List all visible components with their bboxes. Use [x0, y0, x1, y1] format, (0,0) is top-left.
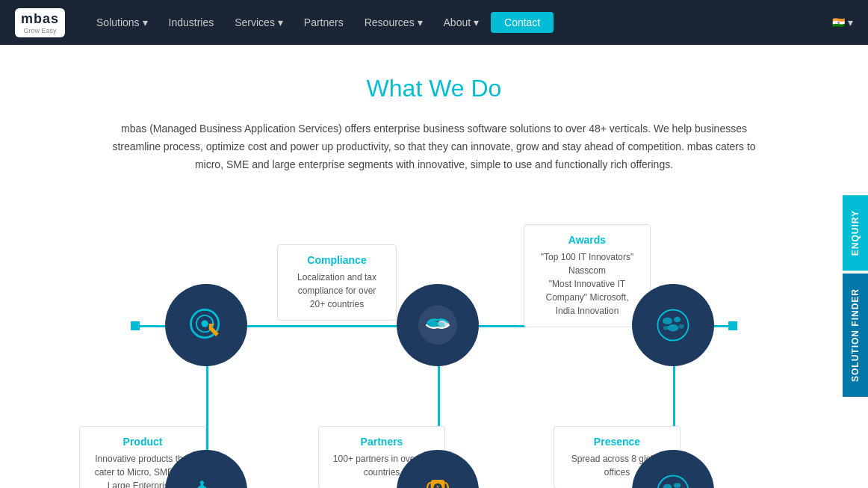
- navbar: mbas Grow Easy Solutions ▾ Industries Se…: [0, 0, 868, 45]
- logo-tagline: Grow Easy: [24, 27, 57, 34]
- svg-point-11: [668, 324, 679, 331]
- svg-point-34: [663, 484, 672, 488]
- awards-desc: "Top 100 IT Innovators" Nasscom"Most Inn…: [536, 250, 638, 318]
- partners-title: Partners: [331, 436, 433, 448]
- circle-handshake: [397, 284, 479, 366]
- awards-box: Awards "Top 100 IT Innovators" Nasscom"M…: [524, 224, 651, 327]
- h-line-left-cap: [131, 321, 140, 330]
- logo[interactable]: mbas Grow Easy: [15, 8, 65, 37]
- svg-point-9: [663, 318, 672, 324]
- side-buttons: ENQUIRY SOLUTION FINDER: [843, 195, 868, 397]
- flag-dropdown[interactable]: 🇮🇳 ▾: [832, 16, 853, 28]
- svg-point-12: [663, 326, 669, 330]
- nav-contact-button[interactable]: Contact: [491, 12, 554, 33]
- nav-resources[interactable]: Resources ▾: [356, 10, 432, 34]
- nav-services[interactable]: Services ▾: [226, 10, 292, 34]
- product-title: Product: [92, 436, 193, 448]
- svg-point-2: [201, 321, 208, 327]
- page-title: What We Do: [60, 75, 808, 102]
- hconn-awards: [479, 325, 527, 327]
- presence-title: Presence: [566, 436, 668, 448]
- nav-solutions[interactable]: Solutions ▾: [87, 10, 156, 34]
- page-description: mbas (Managed Business Application Servi…: [98, 120, 770, 173]
- nav-about[interactable]: About ▾: [435, 10, 488, 34]
- svg-point-35: [674, 484, 681, 488]
- nav-industries[interactable]: Industries: [160, 10, 223, 34]
- circle-globe: [632, 284, 714, 366]
- svg-text:1: 1: [435, 484, 439, 488]
- h-line-right-cap: [728, 321, 737, 330]
- svg-point-13: [678, 324, 683, 329]
- diagram: Compliance Localization and tax complian…: [68, 203, 800, 488]
- circle-target: [165, 284, 247, 366]
- svg-rect-20: [199, 481, 205, 486]
- enquiry-button[interactable]: ENQUIRY: [843, 195, 868, 271]
- svg-point-33: [657, 476, 688, 488]
- hconn-compliance: [247, 325, 281, 327]
- main-content: What We Do mbas (Managed Business Applic…: [0, 45, 868, 488]
- nav-partners[interactable]: Partners: [295, 10, 353, 34]
- logo-text: mbas: [21, 11, 59, 27]
- compliance-box: Compliance Localization and tax complian…: [277, 244, 397, 321]
- svg-point-10: [674, 317, 681, 322]
- nav-menu: Solutions ▾ Industries Services ▾ Partne…: [87, 10, 825, 34]
- compliance-title: Compliance: [290, 254, 384, 266]
- awards-title: Awards: [536, 234, 638, 246]
- compliance-desc: Localization and tax compliance for over…: [290, 271, 384, 311]
- solution-finder-button[interactable]: SOLUTION FINDER: [843, 274, 868, 397]
